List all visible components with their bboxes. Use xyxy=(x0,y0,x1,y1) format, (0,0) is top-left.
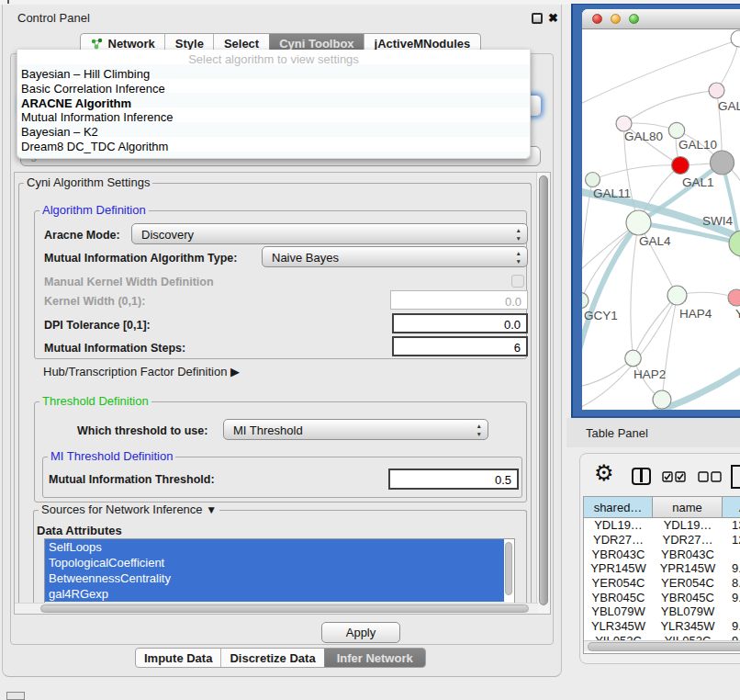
network-node-GCY1[interactable] xyxy=(582,293,589,309)
hub-definition-expander[interactable]: Hub/Transcription Factor Definition ▶ xyxy=(43,365,240,378)
gear-icon[interactable]: ⚙ xyxy=(594,460,614,486)
network-node-GAL11[interactable] xyxy=(586,173,600,187)
attribute-list-item[interactable]: BetweennessCentrality xyxy=(45,570,514,586)
table-panel-title: Table Panel xyxy=(586,426,648,440)
node-label-GCY1: GCY1 xyxy=(584,309,618,322)
node-label-HAP4: HAP4 xyxy=(679,307,712,321)
network-edge[interactable] xyxy=(582,180,593,301)
table-cell: YBR045C xyxy=(653,590,723,604)
table-cell: YER054C xyxy=(584,576,653,591)
network-node-gray-node[interactable] xyxy=(711,151,734,175)
network-node-bottom-node[interactable] xyxy=(653,390,671,409)
table-cell: YDL19… xyxy=(653,518,723,533)
attribute-list-item[interactable]: TopologicalCoefficient xyxy=(45,555,514,570)
manual-kernel-width-checkbox[interactable] xyxy=(511,275,524,288)
which-threshold-combobox[interactable]: MI Threshold ▲▼ xyxy=(223,419,488,440)
dropdown-item[interactable]: ARACNE Algorithm xyxy=(17,96,530,111)
network-window: GAL2GAL80GAL10GAL1GAL11GAL4SWI4GCY1HAP4Y… xyxy=(582,9,740,410)
settings-horizontal-scrollbar-thumb[interactable] xyxy=(40,604,529,613)
dropdown-item[interactable]: Basic Correlation Inference xyxy=(17,82,530,96)
dropdown-item[interactable]: Bayesian – K2 xyxy=(17,125,530,140)
column-header-shared[interactable]: shared… xyxy=(584,497,653,518)
mi-threshold-field[interactable]: 0.5 xyxy=(388,469,519,490)
network-edge[interactable] xyxy=(633,296,678,359)
partial-button[interactable] xyxy=(6,692,25,700)
table-row[interactable]: YER054CYER054C8. xyxy=(584,576,740,591)
table-row[interactable]: YDR27…YDR27…12 xyxy=(584,533,740,548)
dropdown-item[interactable]: Mutual Information Inference xyxy=(17,110,530,125)
unselect-all-icon[interactable] xyxy=(698,471,722,483)
attributes-scrollbar[interactable] xyxy=(504,539,514,605)
table-cell: 9. xyxy=(723,561,740,576)
settings-vertical-scrollbar[interactable] xyxy=(536,173,550,614)
table-row[interactable]: YBR045CYBR045C9. xyxy=(584,590,740,604)
tab-label: Cyni Toolbox xyxy=(279,37,353,51)
network-node-HAP2[interactable] xyxy=(625,350,642,367)
table-row[interactable]: YBL079WYBL079W xyxy=(584,604,740,619)
bottom-tab-impute-data[interactable]: Impute Data xyxy=(136,649,220,667)
node-label-GAL4: GAL4 xyxy=(639,234,671,248)
data-attributes-list[interactable]: SelfLoopsTopologicalCoefficientBetweenne… xyxy=(44,538,515,606)
network-edge[interactable] xyxy=(624,91,717,124)
table-row[interactable]: YBR043CYBR043C xyxy=(584,547,740,561)
which-threshold-label: Which threshold to use: xyxy=(77,424,207,437)
table-cell xyxy=(723,547,740,561)
table-toolbar: ⚙ xyxy=(580,454,740,495)
combobox-arrows-icon: ▲▼ xyxy=(516,226,521,243)
network-node-GAL10[interactable] xyxy=(668,122,684,138)
table-row[interactable]: YDL19…YDL19…13 xyxy=(584,518,740,533)
mac-zoom-button[interactable] xyxy=(629,14,639,24)
column-header-name[interactable]: name xyxy=(653,497,723,518)
table-row[interactable]: YLR345WYLR345W9. xyxy=(584,619,740,634)
table-cell: YPR145W xyxy=(584,561,653,576)
cyni-bottom-tabbar: Impute DataDiscretize DataInfer Network xyxy=(135,648,426,668)
table-scrollbar-thumb[interactable] xyxy=(588,642,740,651)
attribute-list-item[interactable]: SelfLoops xyxy=(45,539,514,555)
close-icon[interactable]: ✖ xyxy=(548,11,558,25)
column-header-A[interactable]: A xyxy=(723,497,740,518)
table-horizontal-scrollbar[interactable] xyxy=(584,640,740,651)
table-panel-card: ⚙ shared…nameA YDL19…YDL19…13YDR27…YDR27… xyxy=(579,453,740,664)
network-node-top-partial[interactable] xyxy=(731,30,740,47)
network-node-GAL2[interactable] xyxy=(709,83,724,98)
aracne-mode-combobox[interactable]: Discovery ▲▼ xyxy=(131,223,528,244)
network-canvas[interactable]: GAL2GAL80GAL10GAL1GAL11GAL4SWI4GCY1HAP4Y… xyxy=(582,29,740,410)
table-header-row: shared…nameA xyxy=(584,497,740,518)
network-edge[interactable] xyxy=(631,223,639,359)
mac-close-button[interactable] xyxy=(592,14,602,24)
select-all-icon[interactable] xyxy=(662,471,686,483)
dpi-tolerance-field[interactable]: 0.0 xyxy=(392,313,528,333)
attributes-scrollbar-thumb[interactable] xyxy=(505,542,512,595)
node-label-HAP2: HAP2 xyxy=(633,367,666,381)
settings-vertical-scrollbar-thumb[interactable] xyxy=(539,175,548,605)
table-cell: YDR27… xyxy=(584,533,653,548)
columns-icon[interactable] xyxy=(632,468,651,485)
network-node-GAL1[interactable] xyxy=(672,157,690,175)
mac-minimize-button[interactable] xyxy=(611,14,621,24)
tab-label: Select xyxy=(224,37,259,51)
tab-label: Infer Network xyxy=(337,651,413,665)
kernel-width-field[interactable]: 0.0 xyxy=(390,290,528,310)
table-row[interactable]: YPR145WYPR145W9. xyxy=(584,561,740,576)
mi-algorithm-type-combobox[interactable]: Naive Bayes ▲▼ xyxy=(262,246,528,267)
dropdown-item[interactable]: Bayesian – Hill Climbing xyxy=(17,67,530,82)
bottom-tab-infer-network[interactable]: Infer Network xyxy=(324,649,425,667)
settings-horizontal-scrollbar[interactable] xyxy=(15,603,538,614)
attribute-list-item[interactable]: gal4RGexp xyxy=(45,586,514,602)
apply-button[interactable]: Apply xyxy=(321,622,400,643)
table-cell: YBR043C xyxy=(584,547,653,561)
mi-steps-field[interactable]: 6 xyxy=(392,336,528,356)
network-node-GAL4[interactable] xyxy=(626,210,651,235)
network-edge[interactable] xyxy=(662,296,678,401)
float-window-icon[interactable] xyxy=(532,13,543,24)
document-icon[interactable] xyxy=(730,464,740,490)
bottom-tab-discretize-data[interactable]: Discretize Data xyxy=(220,649,323,667)
node-label-GAL11: GAL11 xyxy=(593,186,631,200)
network-node-HAP4[interactable] xyxy=(667,286,687,305)
network-window-titlebar xyxy=(582,9,740,29)
threshold-definition-label: Threshold Definition xyxy=(39,394,151,408)
node-label-GAL80: GAL80 xyxy=(624,130,663,143)
dropdown-item[interactable]: Dream8 DC_TDC Algorithm xyxy=(17,140,530,154)
network-node-salmon-node[interactable] xyxy=(728,289,740,306)
aracne-mode-label: Aracne Mode: xyxy=(44,229,120,242)
